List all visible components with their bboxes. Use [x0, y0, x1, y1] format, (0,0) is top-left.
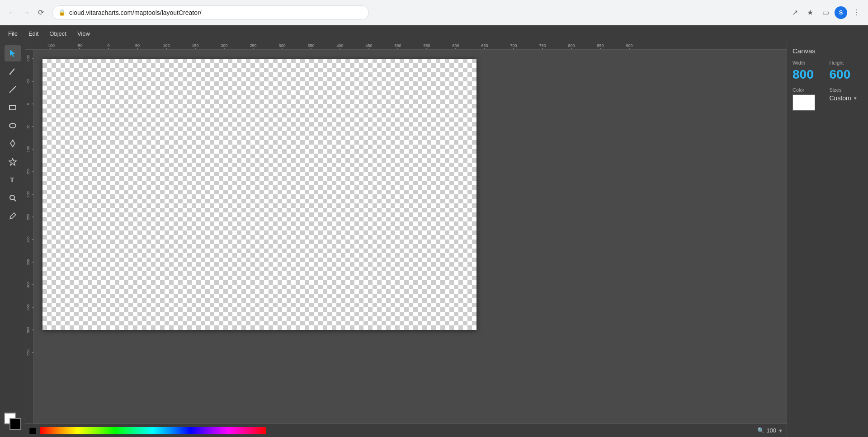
- svg-text:150: 150: [192, 43, 198, 48]
- rectangle-tool[interactable]: [5, 99, 21, 116]
- ruler-top: // Will be drawn by JS below -100-500501…: [25, 42, 787, 50]
- svg-point-10: [10, 195, 14, 200]
- svg-line-4: [9, 86, 16, 93]
- address-bar[interactable]: 🔒 cloud.vitaracharts.com/maptools/layout…: [52, 5, 369, 20]
- background-color[interactable]: [9, 418, 21, 430]
- height-value[interactable]: 600: [830, 67, 863, 82]
- svg-text:350: 350: [307, 43, 314, 48]
- url-text: cloud.vitaracharts.com/maptools/layoutCr…: [69, 9, 202, 16]
- svg-text:800: 800: [568, 43, 575, 48]
- zoom-dropdown[interactable]: ▼: [778, 428, 783, 433]
- svg-text:550: 550: [26, 349, 30, 356]
- menu-view[interactable]: View: [73, 28, 94, 39]
- color-label: Color: [793, 87, 826, 93]
- svg-text:0: 0: [107, 43, 109, 48]
- pencil-tool[interactable]: [5, 63, 21, 80]
- ruler-left-svg: -100-50050100150200250300350400450500550…: [25, 50, 33, 366]
- canvas-scroll-area[interactable]: [33, 50, 787, 423]
- profile-button[interactable]: S: [835, 6, 847, 19]
- sizes-dropdown-arrow: ▼: [853, 96, 858, 101]
- svg-line-12: [9, 218, 10, 219]
- svg-marker-8: [9, 158, 16, 165]
- menu-edit[interactable]: Edit: [24, 28, 43, 39]
- svg-text:-100: -100: [26, 55, 30, 62]
- svg-text:750: 750: [539, 43, 546, 48]
- forward-button[interactable]: →: [20, 6, 33, 19]
- eyedropper-tool[interactable]: [5, 208, 21, 224]
- tab-button[interactable]: ▭: [819, 6, 832, 19]
- svg-text:T: T: [10, 177, 14, 183]
- color-sizes-section: Color Sizes Custom ▼: [793, 87, 863, 111]
- sizes-text: Custom: [830, 94, 851, 102]
- zoom-level: 100: [766, 427, 776, 434]
- svg-text:500: 500: [394, 43, 401, 48]
- svg-rect-5: [9, 105, 16, 110]
- sizes-label: Sizes: [830, 87, 863, 93]
- canvas-element[interactable]: [42, 59, 476, 330]
- bookmark-button[interactable]: ★: [804, 6, 816, 19]
- star-tool[interactable]: [5, 154, 21, 170]
- browser-chrome: ← → ⟳ 🔒 cloud.vitaracharts.com/maptools/…: [0, 0, 868, 25]
- zoom-tool[interactable]: [5, 190, 21, 206]
- select-tool[interactable]: [5, 45, 21, 61]
- color-selector[interactable]: [4, 413, 21, 430]
- menu-bar: File Edit Object View: [0, 25, 868, 42]
- color-strip[interactable]: [40, 427, 266, 434]
- bottom-bar: 🔍 100 ▼: [25, 423, 787, 437]
- left-toolbar: T: [0, 42, 25, 437]
- ellipse-tool[interactable]: [5, 117, 21, 134]
- pen-tool[interactable]: [5, 136, 21, 152]
- svg-text:250: 250: [26, 214, 30, 220]
- svg-point-6: [9, 123, 16, 128]
- menu-button[interactable]: ⋮: [850, 6, 863, 19]
- width-value[interactable]: 800: [793, 67, 826, 82]
- canvas-dimensions-row: Width 800 Height 600: [793, 60, 863, 82]
- color-black-swatch[interactable]: [29, 427, 36, 434]
- panel-title: Canvas: [793, 47, 863, 55]
- svg-text:100: 100: [163, 43, 170, 48]
- svg-text:300: 300: [26, 236, 30, 243]
- width-field: Width 800: [793, 60, 826, 82]
- svg-text:100: 100: [26, 146, 30, 152]
- ruler-left: -100-50050100150200250300350400450500550…: [25, 50, 33, 423]
- svg-text:350: 350: [26, 259, 30, 265]
- svg-text:50: 50: [135, 43, 140, 48]
- back-button[interactable]: ←: [5, 6, 18, 19]
- main-area: T // Will be drawn by JS below: [0, 42, 868, 437]
- svg-text:700: 700: [510, 43, 517, 48]
- svg-text:450: 450: [26, 304, 30, 310]
- menu-file[interactable]: File: [4, 28, 22, 39]
- svg-text:-50: -50: [26, 79, 30, 84]
- ruler-canvas-area: -100-50050100150200250300350400450500550…: [25, 50, 787, 423]
- svg-marker-0: [10, 50, 15, 57]
- share-button[interactable]: ↗: [788, 6, 801, 19]
- reload-button[interactable]: ⟳: [34, 6, 47, 19]
- height-field: Height 600: [830, 60, 863, 82]
- svg-text:450: 450: [365, 43, 372, 48]
- svg-text:400: 400: [26, 282, 30, 288]
- svg-text:-100: -100: [47, 43, 55, 48]
- sizes-value[interactable]: Custom ▼: [830, 94, 863, 102]
- width-label: Width: [793, 60, 826, 66]
- svg-text:900: 900: [626, 43, 632, 48]
- svg-point-7: [12, 140, 14, 141]
- svg-text:500: 500: [26, 327, 30, 333]
- menu-object[interactable]: Object: [45, 28, 71, 39]
- svg-line-11: [14, 199, 16, 201]
- svg-text:250: 250: [250, 43, 256, 48]
- ruler-top-svg: // Will be drawn by JS below -100-500501…: [25, 42, 787, 49]
- color-swatch[interactable]: [793, 94, 815, 111]
- svg-text:200: 200: [26, 191, 30, 197]
- zoom-icon: 🔍: [757, 427, 764, 434]
- sizes-section: Sizes Custom ▼: [830, 87, 863, 102]
- line-tool[interactable]: [5, 81, 21, 98]
- height-label: Height: [830, 60, 863, 66]
- canvas-wrapper: // Will be drawn by JS below -100-500501…: [25, 42, 787, 437]
- svg-text:300: 300: [278, 43, 285, 48]
- svg-text:400: 400: [336, 43, 343, 48]
- svg-text:50: 50: [26, 124, 30, 128]
- app-container: File Edit Object View: [0, 25, 868, 437]
- svg-text:150: 150: [26, 169, 30, 175]
- text-tool[interactable]: T: [5, 172, 21, 188]
- svg-text:-50: -50: [76, 43, 82, 48]
